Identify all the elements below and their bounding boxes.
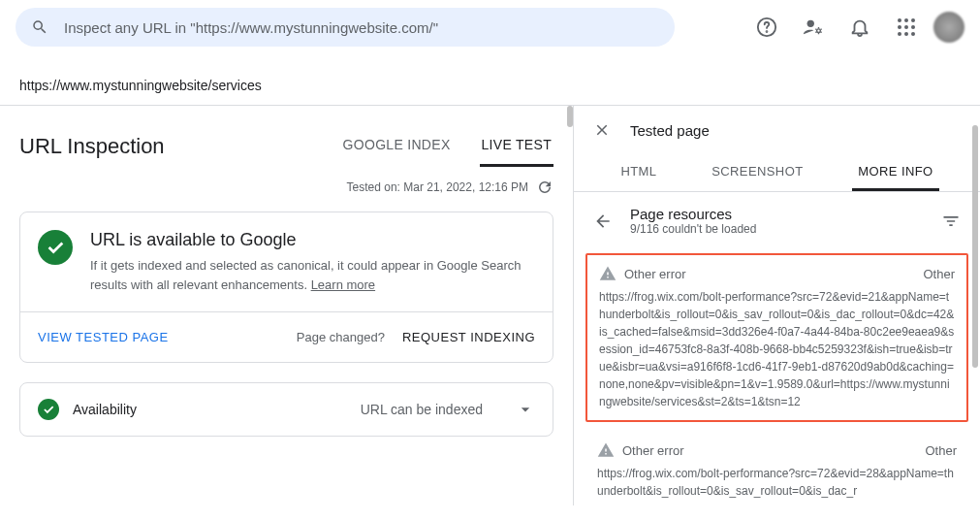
right-panel: Tested page HTML SCREENSHOT MORE INFO Pa…	[574, 106, 980, 505]
svg-point-11	[904, 32, 908, 36]
svg-point-3	[817, 29, 821, 33]
card-title: URL is available to Google	[90, 230, 535, 250]
svg-point-2	[807, 20, 814, 27]
view-tested-page-button[interactable]: VIEW TESTED PAGE	[38, 330, 169, 344]
error-url: https://frog.wix.com/bolt-performance?sr…	[597, 465, 957, 500]
resources-title: Page resources	[630, 206, 756, 222]
availability-status: URL can be indexed	[361, 402, 483, 417]
back-icon[interactable]	[593, 212, 613, 231]
refresh-icon[interactable]	[536, 179, 553, 196]
svg-point-1	[767, 31, 768, 32]
inspected-url: https://www.mystunningwebsite/services	[0, 54, 980, 105]
svg-point-9	[911, 25, 915, 29]
page-changed-label: Page changed?	[297, 330, 385, 344]
card-top: URL is available to Google If it gets in…	[20, 212, 553, 311]
warning-icon	[599, 265, 616, 282]
resources-header: Page resources 9/116 couldn't be loaded	[574, 192, 980, 249]
scrollbar[interactable]	[972, 125, 978, 368]
check-icon	[38, 399, 59, 420]
error-label: Other error	[622, 443, 684, 458]
error-tag: Other	[923, 267, 955, 281]
left-panel: URL Inspection GOOGLE INDEX LIVE TEST Te…	[0, 106, 574, 505]
availability-label: Availability	[73, 402, 247, 417]
filter-icon[interactable]	[941, 212, 961, 231]
chevron-down-icon[interactable]	[516, 400, 535, 419]
svg-point-12	[911, 32, 915, 36]
svg-point-4	[898, 18, 901, 22]
card-body-text: If it gets indexed and selected as canon…	[90, 258, 521, 292]
scrollbar[interactable]	[567, 106, 573, 127]
svg-point-8	[904, 25, 908, 29]
tested-on: Tested on: Mar 21, 2022, 12:16 PM	[19, 179, 553, 196]
top-bar: Inspect any URL in "https://www.mystunni…	[0, 0, 980, 54]
availability-card: URL is available to Google If it gets in…	[19, 212, 553, 363]
right-title: Tested page	[630, 122, 710, 139]
right-tabs: HTML SCREENSHOT MORE INFO	[574, 154, 980, 192]
learn-more-link[interactable]: Learn more	[311, 277, 375, 292]
close-icon[interactable]	[593, 121, 611, 139]
error-tag: Other	[925, 443, 957, 458]
error-item[interactable]: Other error Other https://frog.wix.com/b…	[585, 436, 968, 505]
top-icons	[747, 8, 964, 47]
search-input[interactable]: Inspect any URL in "https://www.mystunni…	[16, 8, 675, 47]
check-icon	[38, 230, 73, 265]
error-item-highlighted[interactable]: Other error Other https://frog.wix.com/b…	[585, 253, 968, 422]
card-content: URL is available to Google If it gets in…	[90, 230, 535, 294]
card-body: If it gets indexed and selected as canon…	[90, 256, 535, 294]
svg-point-6	[911, 18, 915, 22]
tested-on-text: Tested on: Mar 21, 2022, 12:16 PM	[347, 180, 528, 194]
tab-html[interactable]: HTML	[615, 154, 662, 191]
request-indexing-button[interactable]: REQUEST INDEXING	[402, 330, 535, 344]
error-head: Other error Other	[599, 265, 955, 282]
search-icon	[31, 18, 48, 36]
right-header: Tested page	[574, 106, 980, 154]
help-icon[interactable]	[747, 8, 786, 47]
tab-google-index[interactable]: GOOGLE INDEX	[341, 125, 453, 167]
main-area: URL Inspection GOOGLE INDEX LIVE TEST Te…	[0, 105, 980, 505]
left-tabs: GOOGLE INDEX LIVE TEST	[341, 125, 553, 167]
card-actions: VIEW TESTED PAGE Page changed? REQUEST I…	[20, 311, 553, 362]
tab-more-info[interactable]: MORE INFO	[852, 154, 938, 191]
error-head: Other error Other	[597, 441, 957, 459]
user-settings-icon[interactable]	[794, 8, 833, 47]
avatar[interactable]	[933, 12, 964, 43]
section-header: URL Inspection GOOGLE INDEX LIVE TEST	[19, 125, 553, 167]
resources-subtitle: 9/116 couldn't be loaded	[630, 222, 756, 236]
apps-icon[interactable]	[887, 8, 926, 47]
tab-live-test[interactable]: LIVE TEST	[480, 125, 553, 167]
svg-point-10	[898, 32, 901, 36]
notifications-icon[interactable]	[840, 8, 879, 47]
resources-title-block: Page resources 9/116 couldn't be loaded	[630, 206, 756, 236]
page-title: URL Inspection	[19, 134, 165, 159]
tab-screenshot[interactable]: SCREENSHOT	[706, 154, 808, 191]
search-placeholder: Inspect any URL in "https://www.mystunni…	[64, 19, 438, 36]
error-label: Other error	[624, 267, 686, 281]
availability-row[interactable]: Availability URL can be indexed	[19, 382, 553, 437]
svg-point-5	[904, 18, 908, 22]
svg-point-7	[898, 25, 901, 29]
error-url: https://frog.wix.com/bolt-performance?sr…	[599, 288, 955, 410]
warning-icon	[597, 441, 615, 459]
